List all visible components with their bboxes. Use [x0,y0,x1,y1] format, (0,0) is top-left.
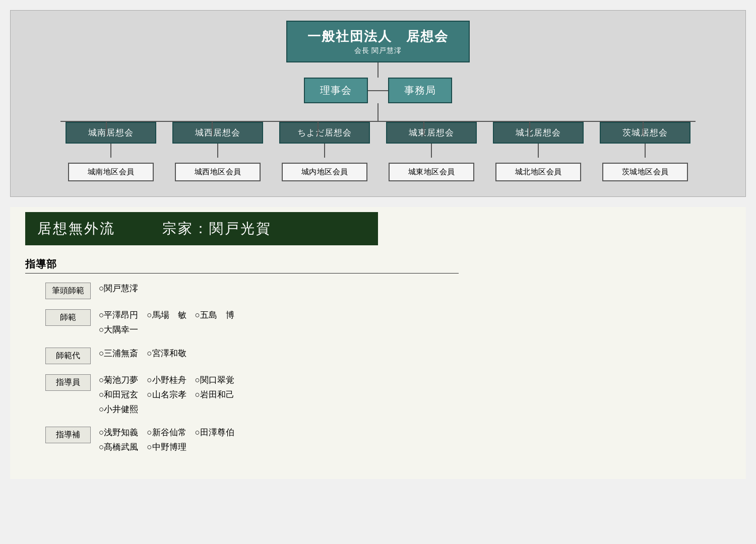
branch-col-4: 城北居想会 城北地区会員 [488,122,589,181]
members-text-1: ○平澤昂円 ○馬場 敏 ○五島 博 ○大隅幸一 [99,308,731,337]
role-box-2: 師範代 [45,348,91,364]
member-box-1: 城西地区会員 [175,163,261,181]
branch-col-5: 茨城居想会 茨城地区会員 [595,122,696,181]
members-text-2: ○三浦無斎 ○宮澤和敬 [99,347,731,361]
member-box-0: 城南地区会員 [68,163,154,181]
role-box-3: 指導員 [45,374,91,391]
soke-header: 居想無外流 宗家：関戸光賀 [25,212,378,245]
member-box-2: 城内地区会員 [282,163,367,181]
member-box-4: 城北地区会員 [495,163,581,181]
members-text-3: ○菊池刀夢 ○小野桂舟 ○関口翠覚 ○和田冠玄 ○山名宗孝 ○岩田和己 ○小井健… [99,373,731,417]
office-box: 事務局 [388,78,452,103]
shido-row-2: 師範代 ○三浦無斎 ○宮澤和敬 [45,347,731,364]
shido-row-3: 指導員 ○菊池刀夢 ○小野桂舟 ○関口翠覚 ○和田冠玄 ○山名宗孝 ○岩田和己 … [45,373,731,417]
branch-box-4: 城北居想会 [493,122,584,144]
org-chart-section: 一般社団法人 居想会 会長 関戸慧澪 理事会 事務局 [10,10,746,197]
members-text-0: ○関戸慧澪 [99,282,731,296]
member-box-3: 城東地区会員 [389,163,474,181]
branch-box-0: 城南居想会 [66,122,156,144]
shido-row-4: 指導補 ○浅野知義 ○新谷仙常 ○田澤尊伯 ○髙橋武風 ○中野博理 [45,426,731,455]
branch-col-0: 城南居想会 城南地区会員 [60,122,161,181]
members-text-4: ○浅野知義 ○新谷仙常 ○田澤尊伯 ○髙橋武風 ○中野博理 [99,426,731,455]
branch-col-2: ちよだ居想会 城内地区会員 [274,122,375,181]
branch-box-3: 城東居想会 [386,122,477,144]
branch-box-5: 茨城居想会 [600,122,690,144]
shido-table: 筆頭師範 ○関戸慧澪 師範 ○平澤昂円 ○馬場 敏 ○五島 博 ○大隅幸一 師範… [45,282,731,455]
board-box: 理事会 [304,78,368,103]
shido-row-1: 師範 ○平澤昂円 ○馬場 敏 ○五島 博 ○大隅幸一 [45,308,731,337]
role-box-0: 筆頭師範 [45,283,91,299]
branch-col-1: 城西居想会 城西地区会員 [167,122,268,181]
org-title-text: 一般社団法人 居想会 [307,28,449,45]
role-box-4: 指導補 [45,427,91,443]
org-subtitle-text: 会長 関戸慧澪 [307,46,449,55]
h-connector [368,90,388,91]
soke-section: 居想無外流 宗家：関戸光賀 指導部 筆頭師範 ○関戸慧澪 師範 ○平澤昂円 ○馬… [10,207,746,479]
main-org-title: 一般社団法人 居想会 会長 関戸慧澪 [286,21,470,62]
shido-row-0: 筆頭師範 ○関戸慧澪 [45,282,731,299]
role-box-1: 師範 [45,309,91,326]
branch-box-2: ちよだ居想会 [279,122,370,144]
shido-section-title: 指導部 [25,257,459,274]
branch-col-3: 城東居想会 城東地区会員 [381,122,482,181]
member-box-5: 茨城地区会員 [602,163,688,181]
branch-box-1: 城西居想会 [172,122,263,144]
